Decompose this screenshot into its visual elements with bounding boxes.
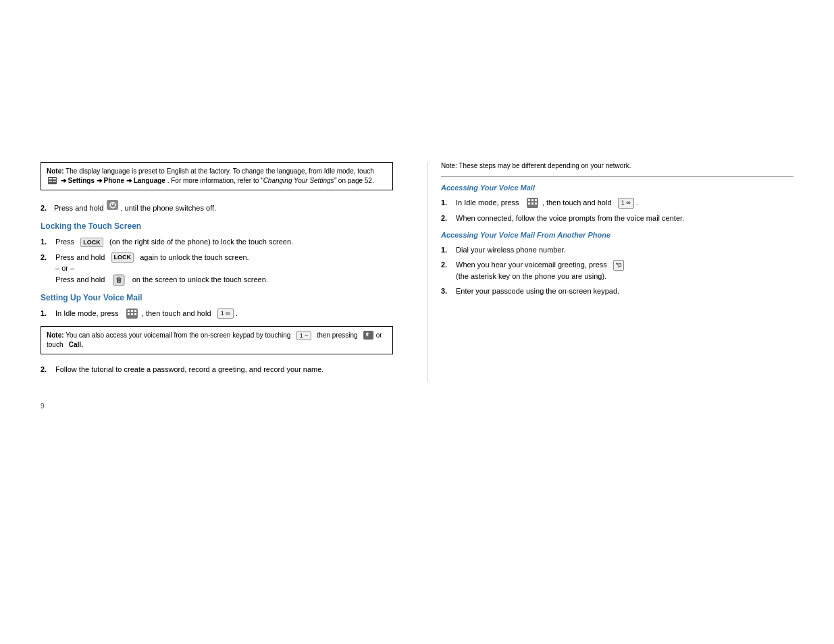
vm-step1-content: In Idle mode, press , then tou <box>55 308 393 319</box>
note-italic-text: "Changing Your Settings" <box>261 177 336 184</box>
vm-step-num-2: 2. <box>41 364 53 375</box>
page-number: 9 <box>41 402 793 410</box>
vm-step1-pre: In Idle mode, press <box>55 309 119 317</box>
another-step-num-3: 3. <box>441 286 453 297</box>
note-path-text: ➔ Settings ➔ Phone ➔ Language <box>61 177 165 184</box>
another-step2-pre: When you hear your voicemail greeting, p… <box>456 261 607 269</box>
vm-step1-end: . <box>236 309 238 317</box>
step2-power: 2. Press and hold , until the phone swit… <box>41 200 393 212</box>
or-text: – or – <box>55 264 74 272</box>
page-container: Note: The display language is preset to … <box>0 0 834 644</box>
svg-rect-14 <box>128 310 130 312</box>
note-text-right: These steps may be different depending o… <box>459 162 631 169</box>
accessing-another-steps: 1. Dial your wireless phone number. 2. W… <box>441 244 793 297</box>
step1-pre: Press <box>55 238 74 246</box>
accessing-another-title: Accessing Your Voice Mail From Another P… <box>441 231 793 239</box>
power-icon <box>107 200 119 211</box>
acc-step-num-2: 2. <box>441 213 453 224</box>
acc-step-num-1: 1. <box>441 197 453 209</box>
acc-step1-content: In Idle mode, press , then touch and hol… <box>456 197 793 209</box>
apps-icon-right <box>527 198 539 209</box>
right-column: Note: These steps may be different depen… <box>427 162 793 382</box>
svg-rect-23 <box>531 199 533 201</box>
one-key-left: 1 ∞ <box>217 308 234 319</box>
lock-button-2: LOCK <box>111 252 134 263</box>
note-box-language: Note: The display language is preset to … <box>41 162 393 190</box>
svg-rect-6 <box>53 181 56 182</box>
step2b-pre: Press and hold <box>55 275 105 284</box>
another-step1-content: Dial your wireless phone number. <box>456 244 793 256</box>
vm-step2-content: Follow the tutorial to create a password… <box>55 364 393 375</box>
step2-lock-post: again to unlock the touch screen. <box>140 253 249 261</box>
voicemail-steps: 1. In Idle mode, press <box>41 308 393 319</box>
locking-step-1: 1. Press LOCK (on the right side of the … <box>41 236 393 248</box>
another-step-num-1: 1. <box>441 244 453 256</box>
step2b-post: on the screen to unlock the touch screen… <box>132 275 268 284</box>
note-text-1c: on page 52. <box>338 177 374 184</box>
svg-rect-1 <box>49 178 52 179</box>
vm-step-num-1: 1. <box>41 308 53 319</box>
asterisk-key: *p <box>613 260 625 271</box>
step2-content: Press and hold LOCK again to unlock the … <box>55 252 393 286</box>
accessing-steps: 1. In Idle mode, press <box>441 197 793 224</box>
accessing-step-1: 1. In Idle mode, press <box>441 197 793 209</box>
acc-step2-content: When connected, follow the voice prompts… <box>456 213 793 224</box>
another-step-num-2: 2. <box>441 259 453 281</box>
step2-number: 2. <box>41 204 54 212</box>
note-text-1b: . For more information, refer to <box>167 177 259 184</box>
svg-rect-5 <box>53 180 56 180</box>
svg-point-12 <box>118 281 120 282</box>
another-step-2: 2. When you hear your voicemail greeting… <box>441 259 793 281</box>
divider <box>441 176 793 177</box>
svg-rect-27 <box>535 203 537 205</box>
svg-rect-2 <box>49 180 52 180</box>
note2-text1: You can also access your voicemail from … <box>66 331 290 339</box>
note2-bold: Call. <box>69 341 83 348</box>
left-column: Note: The display language is preset to … <box>41 162 407 382</box>
svg-rect-25 <box>528 203 530 205</box>
menu-icon <box>48 177 57 185</box>
step1-content: Press LOCK (on the right side of the pho… <box>55 236 393 248</box>
svg-rect-16 <box>134 310 136 312</box>
note-label-right: Note: <box>441 162 457 169</box>
another-step-1: 1. Dial your wireless phone number. <box>441 244 793 256</box>
step1-post: (on the right side of the phone) to lock… <box>109 238 293 246</box>
step-num-2: 2. <box>41 252 53 286</box>
svg-rect-3 <box>49 181 52 182</box>
another-step2-post: (the asterisk key on the phone you are u… <box>456 272 606 280</box>
voicemail-step-1: 1. In Idle mode, press <box>41 308 393 319</box>
locking-steps: 1. Press LOCK (on the right side of the … <box>41 236 393 286</box>
shield-lock-icon <box>113 274 125 286</box>
svg-rect-0 <box>48 177 57 184</box>
acc-step1-pre: In Idle mode, press <box>456 198 519 207</box>
call-icon <box>363 331 374 340</box>
step2-end: , until the phone switches off. <box>120 204 216 212</box>
note-text-1: The display language is preset to Englis… <box>66 167 374 175</box>
note2-text2: then pressing <box>317 331 358 339</box>
svg-rect-22 <box>528 199 530 201</box>
locking-step-2: 2. Press and hold LOCK again to unlock t… <box>41 252 393 286</box>
svg-rect-17 <box>128 313 130 315</box>
voicemail-section-title: Setting Up Your Voice Mail <box>41 293 393 302</box>
another-step-3: 3. Enter your passcode using the on-scre… <box>441 286 793 297</box>
step-num-1: 1. <box>41 236 53 248</box>
lock-button-1: LOCK <box>80 238 103 248</box>
note-right: Note: These steps may be different depen… <box>441 162 793 169</box>
step2-pre: Press and hold <box>54 204 103 212</box>
svg-rect-18 <box>131 313 133 315</box>
apps-icon-left <box>126 308 138 319</box>
accessing-step-2: 2. When connected, follow the voice prom… <box>441 213 793 224</box>
svg-rect-19 <box>134 313 136 315</box>
another-step3-content: Enter your passcode using the on-screen … <box>456 286 793 297</box>
acc-step1-end: . <box>636 198 638 207</box>
accessing-vm-title: Accessing Your Voice Mail <box>441 184 793 192</box>
voicemail-steps-2: 2. Follow the tutorial to create a passw… <box>41 364 393 375</box>
svg-rect-20 <box>363 331 373 340</box>
one-key-note: 1 – <box>296 331 312 341</box>
svg-rect-15 <box>131 310 133 312</box>
voicemail-step-2: 2. Follow the tutorial to create a passw… <box>41 364 393 375</box>
acc-step1-mid: , then touch and hold <box>542 198 612 207</box>
svg-rect-24 <box>535 199 537 201</box>
vm-step1-mid: , then touch and hold <box>142 309 211 317</box>
content-area: Note: The display language is preset to … <box>41 162 793 382</box>
